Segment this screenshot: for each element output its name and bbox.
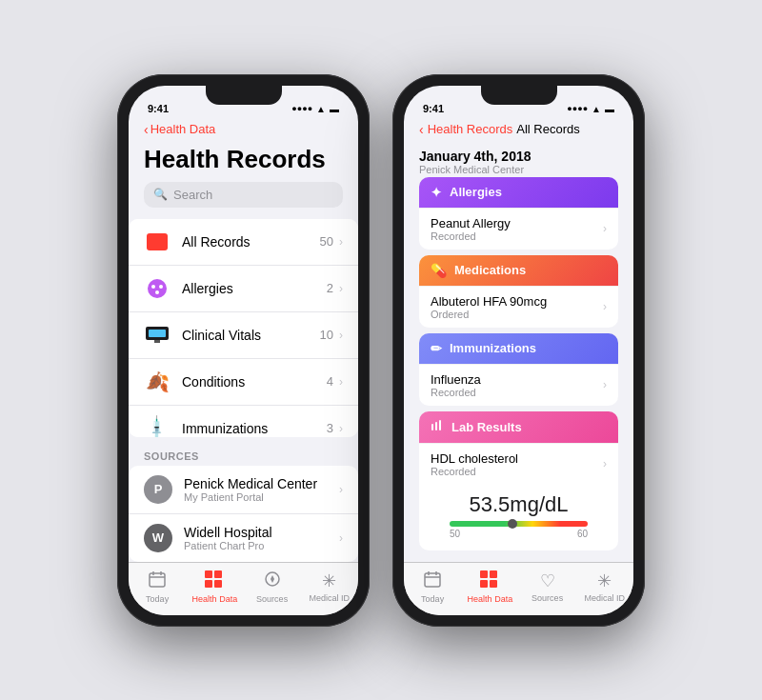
record-albuterol[interactable]: Albuterol HFA 90mcg Ordered › xyxy=(419,286,618,328)
list-item-immunizations[interactable]: 💉 Immunizations 3 › xyxy=(129,406,358,437)
tab-today-left[interactable]: Today xyxy=(129,570,186,604)
all-records-chevron: › xyxy=(339,235,343,249)
medications-cat-icon: 💊 xyxy=(431,263,447,278)
date-title: January 4th, 2018 xyxy=(419,149,618,164)
svg-rect-18 xyxy=(205,570,212,578)
left-phone: 9:41 ●●●● ▲ ▬ ‹ Health Data Health Recor… xyxy=(117,74,370,627)
tab-medical-id-right[interactable]: ✳ Medical ID xyxy=(576,570,633,603)
battery-icon-left: ▬ xyxy=(330,104,339,114)
tab-today-right[interactable]: Today xyxy=(404,570,461,604)
search-placeholder: Search xyxy=(173,188,212,202)
list-item-all-records[interactable]: All Records 50 › xyxy=(129,219,358,266)
immunizations-label: Immunizations xyxy=(182,421,327,436)
back-chevron-left: ‹ xyxy=(144,122,149,137)
signal-icon-right: ●●●● xyxy=(567,104,588,113)
battery-icon-right: ▬ xyxy=(605,104,614,114)
list-item-conditions[interactable]: 🍂 Conditions 4 › xyxy=(129,359,358,406)
peanut-allergy-chevron: › xyxy=(603,222,607,235)
category-lab-results: Lab Results HDL cholesterol Recorded › 5… xyxy=(419,411,618,550)
source-penick-name: Penick Medical Center xyxy=(184,476,339,491)
peanut-allergy-status: Recorded xyxy=(431,230,511,242)
lab-scale-low: 50 xyxy=(450,529,460,539)
immunizations-cat-label: Immunizations xyxy=(450,341,536,355)
clinical-vitals-icon xyxy=(144,322,170,349)
right-nav: ‹ Health Records All Records xyxy=(419,122,618,137)
wifi-icon-right: ▲ xyxy=(592,104,601,114)
tab-medical-id-label-right: Medical ID xyxy=(585,593,626,603)
status-icons-left: ●●●● ▲ ▬ xyxy=(291,104,339,114)
tab-medical-id-left[interactable]: ✳ Medical ID xyxy=(301,570,358,603)
svg-rect-22 xyxy=(431,424,433,430)
source-widell[interactable]: W Widell Hospital Patient Chart Pro › xyxy=(129,514,358,562)
left-screen: 9:41 ●●●● ▲ ▬ ‹ Health Data Health Recor… xyxy=(129,86,358,615)
svg-rect-5 xyxy=(149,330,166,337)
back-label-right[interactable]: Health Records xyxy=(428,122,513,136)
influenza-name: Influenza xyxy=(431,372,481,387)
tab-today-label-left: Today xyxy=(146,594,169,604)
source-penick[interactable]: P Penick Medical Center My Patient Porta… xyxy=(129,466,358,514)
allergies-icon xyxy=(144,275,170,302)
notch xyxy=(206,86,282,105)
medical-id-icon-left: ✳ xyxy=(322,570,336,591)
tab-health-data-label-left: Health Data xyxy=(192,594,238,604)
svg-point-1 xyxy=(151,285,155,289)
back-chevron-right: ‹ xyxy=(419,122,424,137)
tab-health-data-label-right: Health Data xyxy=(468,594,513,604)
svg-rect-30 xyxy=(490,570,497,578)
right-content: January 4th, 2018 Penick Medical Center … xyxy=(404,143,633,562)
hdl-status: Recorded xyxy=(431,466,518,477)
category-allergies: ✦ Allergies Peanut Allergy Recorded › xyxy=(419,177,618,250)
category-medications: 💊 Medications Albuterol HFA 90mcg Ordere… xyxy=(419,255,618,328)
right-phone: 9:41 ●●●● ▲ ▬ ‹ Health Records All Recor… xyxy=(392,74,645,627)
right-screen: 9:41 ●●●● ▲ ▬ ‹ Health Records All Recor… xyxy=(404,86,633,615)
list-item-allergies[interactable]: Allergies 2 › xyxy=(129,266,358,312)
tab-sources-right[interactable]: ♡ Sources xyxy=(519,570,576,603)
influenza-info: Influenza Recorded xyxy=(431,372,481,398)
back-link-left[interactable]: ‹ Health Data xyxy=(144,122,343,137)
hdl-info: HDL cholesterol Recorded xyxy=(431,451,518,477)
sources-icon-right: ♡ xyxy=(540,570,555,591)
sources-icon-left xyxy=(264,570,281,592)
lab-results-header: Lab Results xyxy=(419,411,618,443)
date-subtitle: Penick Medical Center xyxy=(419,164,618,175)
svg-point-3 xyxy=(155,290,159,294)
tab-medical-id-label-left: Medical ID xyxy=(310,593,351,603)
tab-bar-left: Today Health Data Sources ✳ Medical xyxy=(129,562,358,615)
record-influenza[interactable]: Influenza Recorded › xyxy=(419,364,618,406)
record-hdl[interactable]: HDL cholesterol Recorded › xyxy=(419,443,618,485)
hdl-chevron: › xyxy=(603,457,607,470)
medications-cat-label: Medications xyxy=(454,263,526,277)
search-bar[interactable]: 🔍 Search xyxy=(144,182,343,208)
svg-point-2 xyxy=(159,285,163,289)
lab-value-text: 53.5mg/dL xyxy=(434,492,603,517)
albuterol-name: Albuterol HFA 90mcg xyxy=(431,294,547,309)
tab-health-data-right[interactable]: Health Data xyxy=(461,570,518,604)
wifi-icon-left: ▲ xyxy=(316,104,326,114)
search-icon: 🔍 xyxy=(153,188,168,201)
conditions-label: Conditions xyxy=(182,374,327,390)
source-penick-chevron: › xyxy=(339,483,343,496)
list-item-clinical-vitals[interactable]: Clinical Vitals 10 › xyxy=(129,312,358,359)
record-peanut-allergy[interactable]: Peanut Allergy Recorded › xyxy=(419,208,618,250)
lab-range-bar xyxy=(450,521,588,527)
records-scroll: January 4th, 2018 Penick Medical Center … xyxy=(404,143,633,562)
svg-rect-21 xyxy=(214,580,222,588)
tab-sources-left[interactable]: Sources xyxy=(244,570,301,604)
category-immunizations: ✏ Immunizations Influenza Recorded › xyxy=(419,333,618,406)
tab-health-data-left[interactable]: Health Data xyxy=(186,570,243,604)
phones-container: 9:41 ●●●● ▲ ▬ ‹ Health Data Health Recor… xyxy=(117,74,645,627)
allergies-chevron: › xyxy=(339,282,343,295)
sources-section-header: SOURCES xyxy=(129,437,358,466)
source-widell-info: Widell Hospital Patient Chart Pro xyxy=(184,525,339,551)
allergies-count: 2 xyxy=(327,281,333,295)
source-widell-chevron: › xyxy=(339,531,343,545)
svg-rect-14 xyxy=(150,573,165,587)
medical-id-icon-right: ✳ xyxy=(597,570,612,591)
albuterol-chevron: › xyxy=(603,300,607,313)
today-icon-right xyxy=(424,570,441,592)
status-time-left: 9:41 xyxy=(148,103,169,114)
lab-value-container: 53.5mg/dL 50 60 xyxy=(419,485,618,550)
lab-cat-label: Lab Results xyxy=(451,420,522,434)
svg-rect-6 xyxy=(154,340,160,343)
page-title-left: Health Records xyxy=(129,143,358,182)
